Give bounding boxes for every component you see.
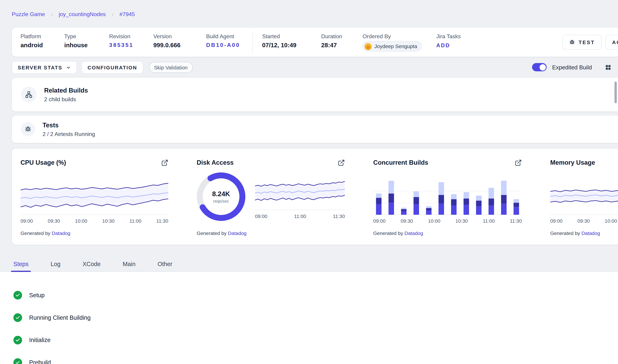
field-label: Revision bbox=[109, 33, 134, 39]
field-version: Version 999.0.666 bbox=[153, 33, 180, 49]
x-tick-label: 09:00 bbox=[255, 213, 267, 219]
x-tick-label: 11:30 bbox=[156, 218, 168, 224]
x-axis-labels: 09:0009:3010:0010:3011:0011:30 bbox=[373, 218, 522, 224]
x-tick-label: 09:00 bbox=[20, 218, 33, 224]
chart-panel-cpu-usage: CPU Usage (%) 09:0009:3010:0010:3011:001… bbox=[20, 159, 168, 236]
vertical-divider bbox=[252, 31, 253, 54]
actions-button[interactable]: ACTIONS bbox=[605, 35, 618, 50]
generated-by-text: Generated by bbox=[373, 231, 403, 236]
check-circle-icon bbox=[13, 358, 22, 364]
card-text: Related Builds 2 child builds bbox=[44, 87, 88, 102]
bug-icon bbox=[569, 39, 575, 45]
related-builds-card[interactable]: Related Builds 2 child builds bbox=[12, 78, 618, 112]
chart-title: Concurrent Builds bbox=[373, 159, 428, 166]
generated-by-text: Generated by bbox=[197, 231, 227, 236]
open-external-icon[interactable] bbox=[338, 159, 345, 166]
related-builds-title: Related Builds bbox=[44, 87, 88, 94]
scrollbar-thumb[interactable] bbox=[614, 82, 617, 103]
card-text: Tests 2 / 2 Airtests Running bbox=[43, 122, 95, 137]
breadcrumb-separator-icon: › bbox=[112, 11, 114, 17]
user-avatar bbox=[364, 43, 372, 50]
step-label: Prebuild bbox=[29, 359, 51, 364]
chart-panel-memory-usage: Memory Usage 09:0009:3010:0010:3011:0011… bbox=[550, 159, 618, 236]
step-row[interactable]: Running Client Building bbox=[0, 306, 618, 329]
tests-card[interactable]: Tests 2 / 2 Airtests Running bbox=[12, 115, 618, 143]
hierarchy-icon bbox=[21, 87, 37, 103]
field-label: Started bbox=[262, 33, 296, 39]
breadcrumb-link-branch[interactable]: joy_countingNodes bbox=[59, 11, 106, 17]
expedited-build-control: Expedited Build bbox=[532, 63, 592, 71]
field-ordered-by: Ordered By Joydeep Sengupta bbox=[363, 33, 422, 52]
test-button-label: TEST bbox=[579, 39, 595, 45]
tests-subtitle: 2 / 2 Airtests Running bbox=[43, 131, 95, 137]
field-value: 07/12, 10:49 bbox=[262, 42, 296, 49]
field-value: 28:47 bbox=[321, 42, 342, 49]
x-axis-labels: 09:0009:3010:0010:3011:0011:30 bbox=[550, 218, 618, 224]
related-builds-subtitle: 2 child builds bbox=[44, 96, 88, 102]
x-tick-label: 10:00 bbox=[428, 218, 440, 224]
step-row[interactable]: Initialize bbox=[0, 329, 618, 351]
x-tick-label: 10:00 bbox=[605, 218, 617, 224]
chart-attribution: Generated by Datadog bbox=[373, 231, 522, 236]
expedited-build-label: Expedited Build bbox=[552, 64, 592, 70]
x-tick-label: 09:00 bbox=[550, 218, 563, 224]
tab-other[interactable]: Other bbox=[158, 256, 172, 272]
field-label: Type bbox=[64, 33, 88, 39]
donut-center-label: 8.24K reqs/sec bbox=[197, 172, 245, 221]
build-dashboard-page: Puzzle Game › joy_countingNodes › #7945 … bbox=[0, 0, 618, 364]
generated-by-text: Generated by bbox=[550, 231, 580, 236]
configuration-label: CONFIGURATION bbox=[88, 64, 137, 70]
x-tick-label: 09:30 bbox=[401, 218, 413, 224]
donut-unit: reqs/sec bbox=[213, 198, 229, 203]
chart-attribution: Generated by Datadog bbox=[197, 231, 345, 236]
x-tick-label: 09:30 bbox=[578, 218, 590, 224]
server-stats-label: SERVER STATS bbox=[18, 64, 63, 70]
test-button[interactable]: TEST bbox=[563, 35, 602, 50]
ordered-by-user-chip[interactable]: Joydeep Sengupta bbox=[363, 41, 422, 52]
jira-add-link[interactable]: ADD bbox=[436, 43, 461, 48]
chart-panel-concurrent-builds: Concurrent Builds 09:0009:3010:0010:3011… bbox=[373, 159, 522, 236]
breadcrumb-link-project[interactable]: Puzzle Game bbox=[12, 11, 45, 17]
field-label: Platform bbox=[20, 33, 43, 39]
chart-title: Memory Usage bbox=[550, 159, 595, 166]
datadog-link[interactable]: Datadog bbox=[581, 231, 600, 236]
metrics-card: CPU Usage (%) 09:0009:3010:0010:3011:001… bbox=[12, 149, 618, 245]
breadcrumb-separator-icon: › bbox=[51, 11, 53, 17]
revision-link[interactable]: 385351 bbox=[109, 42, 134, 48]
x-tick-label: 10:30 bbox=[455, 218, 468, 224]
field-label: Ordered By bbox=[363, 33, 422, 39]
open-external-icon[interactable] bbox=[161, 159, 168, 166]
configuration-button[interactable]: CONFIGURATION bbox=[82, 61, 143, 74]
x-tick-label: 09:30 bbox=[48, 218, 60, 224]
disk-access-line-chart-wrap: 09:0011:0011:30 bbox=[255, 174, 345, 219]
grid-icon[interactable] bbox=[605, 64, 611, 70]
x-tick-label: 11:30 bbox=[333, 213, 345, 219]
tab-log[interactable]: Log bbox=[51, 256, 60, 272]
chart-attribution: Generated by Datadog bbox=[20, 231, 168, 236]
x-tick-label: 11:30 bbox=[510, 218, 522, 224]
actions-button-label: ACTIONS bbox=[612, 39, 618, 45]
expedited-build-toggle[interactable] bbox=[532, 63, 547, 71]
chart-title: CPU Usage (%) bbox=[20, 159, 66, 166]
step-row[interactable]: Setup bbox=[0, 284, 618, 306]
x-axis-labels: 09:0011:0011:30 bbox=[255, 213, 345, 219]
open-external-icon[interactable] bbox=[515, 159, 522, 166]
server-stats-dropdown[interactable]: SERVER STATS bbox=[12, 61, 77, 74]
field-label: Jira Tasks bbox=[436, 33, 461, 39]
tab-main[interactable]: Main bbox=[123, 256, 135, 272]
breadcrumb-link-build-number[interactable]: #7945 bbox=[119, 11, 135, 17]
skip-validation-badge[interactable]: Skip Validation bbox=[149, 62, 193, 73]
tab-xcode[interactable]: XCode bbox=[83, 256, 101, 272]
tab-steps[interactable]: Steps bbox=[13, 256, 28, 272]
build-agent-link[interactable]: DB10-A00 bbox=[206, 42, 240, 48]
x-tick-label: 11:00 bbox=[129, 218, 141, 224]
toolbar: SERVER STATS CONFIGURATION Skip Validati… bbox=[12, 61, 618, 74]
datadog-link[interactable]: Datadog bbox=[228, 231, 246, 236]
datadog-link[interactable]: Datadog bbox=[404, 231, 423, 236]
breadcrumb: Puzzle Game › joy_countingNodes › #7945 bbox=[12, 11, 135, 17]
build-meta-card: Platform android Type inhouse Revision 3… bbox=[12, 27, 618, 57]
cpu-usage-line-chart bbox=[20, 179, 168, 216]
step-row[interactable]: Prebuild bbox=[0, 351, 618, 364]
datadog-link[interactable]: Datadog bbox=[52, 231, 70, 236]
tests-title: Tests bbox=[43, 122, 95, 129]
